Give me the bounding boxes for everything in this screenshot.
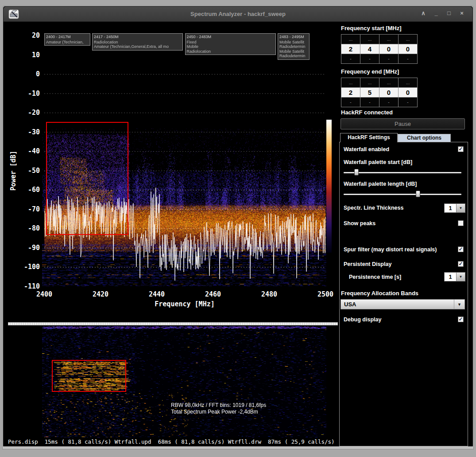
maximize-button[interactable]: □ [445,10,453,16]
slider-thumb[interactable] [354,169,359,176]
y-tick-label: 0 [16,70,40,78]
show-peaks-label: Show peaks [344,220,375,227]
band-service: Amateur (Technician,General,Extra, all m… [94,44,182,49]
y-tick-label: 20 [16,31,40,39]
connection-status-label: HackRF connected [341,109,393,116]
freq-start-digit-1[interactable]: 4 [360,44,379,54]
close-button[interactable]: × [458,10,465,16]
freq-end-spinner: ............2500---- [341,78,418,107]
allocation-bands-label: Frequency Allocation Bands [341,290,418,297]
waterfall-enabled-label: Waterfall enabled [344,146,389,152]
freq-end-up-button-3[interactable]: ... [399,78,417,87]
freq-start-label: Frequency start [MHz] [341,25,402,31]
x-tick-label: 2420 [93,290,108,298]
freq-start-digit-3[interactable]: 0 [399,44,417,54]
freq-start-down-button-1[interactable]: - [360,54,379,63]
splitter-handle[interactable] [8,322,338,325]
freq-end-digit-2[interactable]: 0 [379,88,398,97]
debug-display-label: Debug display [344,316,381,323]
rbw-fft-info: RBW 98,0kHz / FFT bins: 1019 / 81,6fps [171,402,266,409]
y-tick-label: -10 [16,90,40,98]
y-tick-label: -20 [16,109,40,117]
chevron-down-icon[interactable]: ▼ [456,204,465,212]
palette-start-slider[interactable] [344,169,461,176]
freq-end-digit-3[interactable]: 0 [399,88,417,97]
x-axis-title: Frequency [MHz] [155,300,214,308]
y-tick-label: -40 [16,147,40,155]
x-tick-label: 2480 [261,290,277,298]
persistent-display-checkbox[interactable]: ✓ [458,261,464,267]
colorbar [326,120,332,253]
y-tick-label: -90 [16,244,40,252]
band-service: Radiolocation [187,49,275,54]
freq-end-down-button-2[interactable]: - [379,98,398,107]
selection-rectangle-waterfall[interactable] [52,360,126,392]
tab-chart-options[interactable]: Chart options [398,134,451,142]
freq-end-up-button-2[interactable]: ... [379,78,398,87]
slider-track [344,172,461,173]
y-tick-label: -110 [16,282,40,290]
band-service: Mobile Satellit [279,40,308,45]
freq-end-digit-0[interactable]: 2 [341,88,360,97]
freq-end-down-button-1[interactable]: - [360,98,379,107]
freq-start-up-button-2[interactable]: ... [379,35,398,44]
window-title: Spectrum Analyzer - hackrf_sweep [4,11,472,17]
freq-start-digit-0[interactable]: 2 [341,44,360,54]
allocation-band: 2483 - 2495MMobile SatellitRadiodetermin… [278,33,310,60]
selection-rectangle-spectrum[interactable] [46,122,128,235]
y-tick-label: -70 [16,205,40,213]
freq-start-spinner: ............2400---- [341,34,418,64]
palette-start-label: Waterfall palette start [dB] [344,159,412,165]
x-tick-label: 2440 [149,290,165,298]
band-service: Radiodetermin [279,44,308,49]
slider-thumb[interactable] [416,191,420,197]
persistence-time-value: 1 [445,273,456,281]
persistent-display-label: Persistent Display [344,261,391,267]
band-range: 2450 - 2483M [187,35,275,39]
freq-start-up-button-0[interactable]: ... [341,35,360,44]
waterfall-enabled-checkbox[interactable]: ✓ [458,146,464,152]
palette-length-label: Waterfall palette length [dB] [344,181,417,187]
chevron-down-icon[interactable]: ▼ [456,273,465,281]
freq-end-label: Frequency end [MHz] [341,68,399,75]
band-service: Mobile [187,44,275,49]
freq-end-up-button-0[interactable]: ... [341,78,360,87]
freq-start-up-button-3[interactable]: ... [399,35,417,44]
freq-end-down-button-0[interactable]: - [341,98,360,107]
slider-track [344,194,461,195]
freq-end-down-button-3[interactable]: - [399,98,417,107]
line-thickness-label: Spectr. Line Thickness [344,205,403,211]
freq-start-up-button-1[interactable]: ... [360,35,379,44]
freq-start-down-button-3[interactable]: - [399,54,417,63]
y-tick-label: -100 [16,263,40,271]
line-thickness-combo[interactable]: 1 ▼ [444,203,465,213]
debug-display-checkbox[interactable]: ✓ [458,316,464,322]
freq-end-digit-1[interactable]: 5 [360,88,379,97]
line-thickness-value: 1 [445,204,456,212]
palette-length-slider[interactable] [344,191,461,198]
spur-filter-checkbox[interactable]: ✓ [458,246,464,252]
band-range: 2417 - 2450M [94,35,182,39]
y-tick-label: -60 [16,186,40,194]
freq-end-up-button-1[interactable]: ... [360,78,379,87]
shade-button[interactable]: ∧ [420,10,427,16]
pause-button[interactable]: Pause [341,118,465,129]
minimize-button[interactable]: _ [433,10,440,16]
persistence-time-combo[interactable]: 1 ▼ [444,272,465,281]
spur-filter-label: Spur filter (may distort real signals) [344,246,437,253]
allocation-bands-dropdown[interactable]: USA ▼ [341,299,465,309]
y-tick-label: 10 [16,51,40,59]
allocation-bands-value: USA [341,300,454,309]
freq-start-down-button-0[interactable]: - [341,54,360,63]
show-peaks-checkbox[interactable] [458,220,464,226]
x-tick-label: 2400 [36,290,52,298]
y-tick-label: -30 [16,128,40,136]
chevron-down-icon: ▼ [454,300,464,309]
y-tick-label: -50 [16,167,40,175]
freq-start-down-button-2[interactable]: - [379,54,398,63]
tab-hackrf-settings[interactable]: HackRF Settings [340,133,398,142]
allocation-band: 2450 - 2483MFixedMobileRadiolocation [185,33,276,55]
freq-start-digit-2[interactable]: 0 [379,44,398,54]
y-tick-label: -80 [16,224,40,232]
titlebar[interactable]: Spectrum Analyzer - hackrf_sweep ∧ _ □ × [4,7,472,22]
